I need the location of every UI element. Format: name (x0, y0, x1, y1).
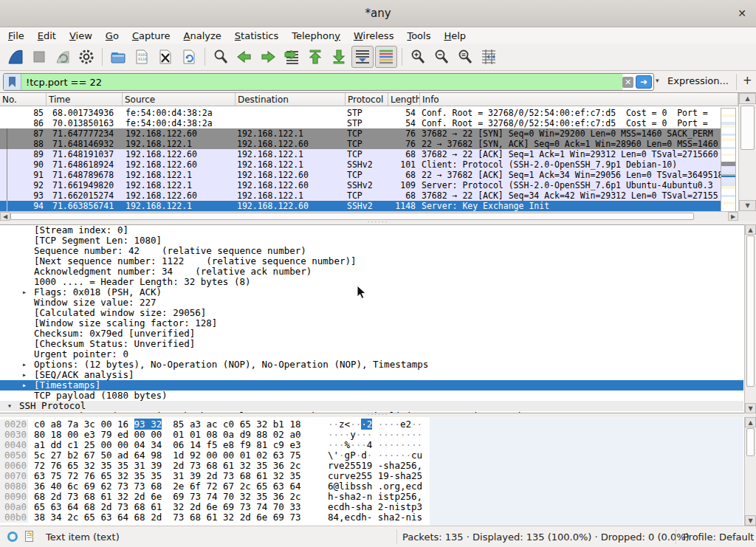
open-file-button[interactable] (107, 46, 129, 68)
scroll-down-arrow[interactable]: ▼ (739, 200, 756, 211)
stop-capture-button[interactable] (28, 46, 50, 68)
packet-row-92[interactable]: 9271.661949820192.168.122.1192.168.122.6… (0, 180, 721, 190)
packet-row-86[interactable]: 8670.013850163fe:54:00:d4:38:2aSTP54Conf… (0, 118, 721, 128)
hex-row-0030[interactable]: 003080 18 00 e3 79 ed 00 00 01 01 08 0a … (0, 430, 743, 440)
scroll-up-arrow[interactable]: ▲ (745, 417, 756, 427)
find-packet-button[interactable] (210, 46, 232, 68)
hex-row-00b0[interactable]: 00b038 34 2c 65 63 64 68 2d 73 68 61 32 … (0, 512, 743, 523)
scroll-right-arrow[interactable]: ▶ (728, 212, 738, 221)
packet-row-88[interactable]: 8871.648146932192.168.122.1192.168.122.6… (0, 139, 721, 149)
packet-row-85[interactable]: 8568.001734936fe:54:00:d4:38:2aSTP54Conf… (0, 108, 721, 118)
expand-arrow-icon[interactable]: ▸ (22, 359, 27, 370)
detail-row[interactable]: Window size value: 227 (0, 297, 743, 308)
expression-button[interactable]: Expression... (667, 75, 729, 86)
go-back-button[interactable] (233, 46, 255, 68)
detail-row[interactable]: Acknowledgment number: 34 (relative ack … (0, 266, 743, 277)
filter-bookmark-button[interactable] (4, 74, 21, 90)
packet-list-vertical-scrollbar[interactable]: ▲ ▼ (738, 93, 756, 221)
menu-edit[interactable]: Edit (31, 30, 63, 42)
hex-row-00a0[interactable]: 00a065 63 64 68 2d 73 68 61 32 2d 6e 69 … (0, 502, 743, 512)
close-file-button[interactable] (154, 46, 176, 68)
packet-row-93[interactable]: 9371.662015274192.168.122.60192.168.122.… (0, 190, 721, 201)
scrollbar-thumb[interactable] (10, 213, 694, 220)
colorize-packets-button[interactable] (375, 46, 397, 68)
scroll-left-arrow[interactable]: ◀ (0, 212, 10, 221)
menu-file[interactable]: File (1, 30, 31, 42)
menu-analyze[interactable]: Analyze (177, 30, 228, 42)
detail-row[interactable]: Checksum: 0x79ed [unverified] (0, 328, 743, 339)
capture-comment-icon[interactable] (25, 531, 33, 542)
expert-info-icon[interactable] (7, 531, 18, 542)
display-filter-input[interactable]: !tcp.port == 22 (21, 74, 622, 90)
intelligent-scrollbar-minimap[interactable] (721, 108, 736, 211)
detail-row[interactable]: [Stream index: 0] (0, 225, 743, 235)
detail-row[interactable]: [Checksum Status: Unverified] (0, 339, 743, 349)
detail-row[interactable]: [TCP Segment Len: 1080] (0, 235, 743, 246)
scrollbar-thumb[interactable] (740, 106, 755, 150)
detail-row[interactable]: Urgent pointer: 0 (0, 349, 743, 359)
packet-row-87[interactable]: 8771.647777234192.168.122.60192.168.122.… (0, 128, 721, 139)
filter-dropdown-icon[interactable]: ▾ (656, 77, 659, 84)
expand-arrow-icon[interactable]: ▸ (22, 287, 27, 297)
menu-telephony[interactable]: Telephony (285, 30, 347, 42)
detail-row[interactable]: [Window size scaling factor: 128] (0, 318, 743, 328)
detail-row[interactable]: ▸Flags: 0x018 (PSH, ACK) (0, 287, 743, 297)
save-file-button[interactable]: 01010110 (131, 46, 153, 68)
expand-arrow-icon[interactable]: ▸ (22, 370, 27, 380)
hex-row-0050[interactable]: 00505c 27 b2 67 50 ad 64 98 1d 92 00 00 … (0, 450, 743, 461)
packet-row-91[interactable]: 9171.648789678192.168.122.1192.168.122.6… (0, 170, 721, 180)
start-capture-button[interactable] (4, 46, 27, 68)
capture-options-button[interactable] (75, 46, 97, 68)
zoom-in-button[interactable] (407, 46, 429, 68)
column-header-info[interactable]: Info (420, 93, 738, 106)
scrollbar-thumb[interactable] (746, 235, 755, 387)
status-profile[interactable]: Profile: Default (683, 531, 754, 543)
hex-row-0070[interactable]: 007063 75 72 76 65 32 35 35 31 39 2d 73 … (0, 471, 743, 481)
restart-capture-button[interactable] (52, 46, 74, 68)
column-header-time[interactable]: Time (47, 93, 123, 106)
auto-scroll-button[interactable] (351, 46, 374, 68)
filter-clear-button[interactable]: ✕ (622, 77, 633, 88)
column-header-no[interactable]: No. (0, 93, 47, 106)
column-header-protocol[interactable]: Protocol (346, 93, 388, 106)
zoom-normal-button[interactable] (454, 46, 476, 68)
column-header-source[interactable]: Source (123, 93, 236, 106)
detail-row[interactable]: Sequence number: 42 (relative sequence n… (0, 246, 743, 256)
column-header-length[interactable]: Length (388, 93, 420, 106)
detail-row[interactable]: ▸[Timestamps] (0, 380, 743, 391)
details-vertical-scrollbar[interactable]: ▲ ▼ (744, 224, 756, 413)
zoom-out-button[interactable] (430, 46, 453, 68)
reload-file-button[interactable] (178, 46, 200, 68)
go-forward-button[interactable] (257, 46, 279, 68)
detail-row[interactable]: ▸Options: (12 bytes), No-Operation (NOP)… (0, 359, 743, 370)
scroll-up-arrow[interactable]: ▲ (739, 93, 756, 104)
scroll-down-arrow[interactable]: ▼ (745, 403, 756, 413)
detail-row[interactable]: 1000 .... = Header Length: 32 bytes (8) (0, 277, 743, 287)
packet-row-89[interactable]: 8971.648191037192.168.122.60192.168.122.… (0, 149, 721, 159)
menu-tools[interactable]: Tools (400, 30, 437, 42)
scroll-up-arrow[interactable]: ▲ (745, 224, 756, 235)
menu-capture[interactable]: Capture (126, 30, 177, 42)
column-header-destination[interactable]: Destination (236, 93, 346, 106)
hex-row-0060[interactable]: 006072 76 65 32 35 35 31 39 2d 73 68 61 … (0, 461, 743, 471)
detail-row[interactable]: [Next sequence number: 1122 (relative se… (0, 256, 743, 266)
menu-view[interactable]: View (63, 30, 99, 42)
scrollbar-thumb[interactable] (746, 428, 755, 456)
add-filter-button[interactable]: + (743, 74, 752, 87)
go-to-packet-button[interactable] (281, 46, 303, 68)
filter-apply-button[interactable]: ➜ (636, 75, 652, 89)
bytes-vertical-scrollbar[interactable]: ▲ ▼ (744, 417, 756, 526)
hex-row-0040[interactable]: 0040a1 dd c1 25 00 00 04 34 06 14 f5 e8 … (0, 440, 743, 450)
resize-columns-button[interactable] (478, 46, 500, 68)
hex-row-0020[interactable]: 0020c0 a8 7a 3c 00 16 93 32 85 a3 ac c0 … (0, 419, 743, 430)
expand-arrow-icon[interactable]: ▸ (22, 380, 27, 391)
detail-row[interactable]: TCP payload (1080 bytes) (0, 391, 743, 401)
hex-row-0090[interactable]: 009068 2d 73 68 61 32 2d 6e 69 73 74 70 … (0, 492, 743, 502)
hex-row-0080[interactable]: 008036 40 6c 69 62 73 73 68 2e 6f 72 67 … (0, 481, 743, 492)
menu-wireless[interactable]: Wireless (347, 30, 400, 42)
packet-row-90[interactable]: 9071.648618924192.168.122.60192.168.122.… (0, 159, 721, 170)
packet-row-94[interactable]: 9471.663856741192.168.122.1192.168.122.6… (0, 201, 721, 211)
menu-help[interactable]: Help (437, 30, 472, 42)
expand-arrow-icon[interactable]: ▾ (7, 401, 12, 411)
detail-row[interactable]: ▸[SEQ/ACK analysis] (0, 370, 743, 380)
